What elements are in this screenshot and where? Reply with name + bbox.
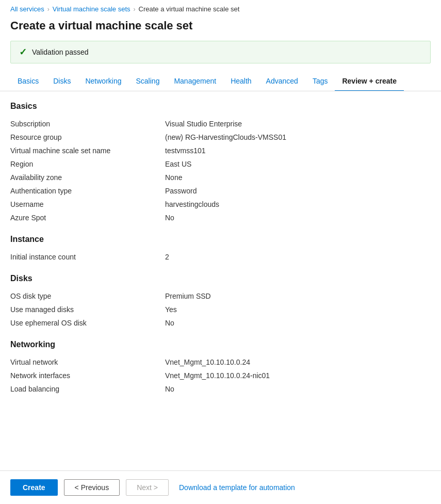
value-auth-type: Password — [165, 187, 197, 195]
tab-management[interactable]: Management — [167, 72, 223, 91]
label-vmss-name: Virtual machine scale set name — [10, 147, 165, 155]
validation-banner: ✓ Validation passed — [10, 41, 431, 63]
breadcrumb: All services › Virtual machine scale set… — [0, 0, 441, 16]
label-azure-spot: Azure Spot — [10, 214, 165, 222]
breadcrumb-vmss[interactable]: Virtual machine scale sets — [53, 5, 130, 13]
row-availability-zone: Availability zone None — [10, 171, 431, 184]
tab-review-create[interactable]: Review + create — [335, 72, 403, 91]
value-instance-count: 2 — [165, 253, 169, 261]
label-instance-count: Initial instance count — [10, 253, 165, 261]
tab-advanced[interactable]: Advanced — [259, 72, 305, 91]
value-availability-zone: None — [165, 173, 182, 182]
value-resource-group: (new) RG-HarvestingClouds-VMSS01 — [165, 133, 286, 141]
value-vmss-name: testvmss101 — [165, 147, 206, 155]
value-region: East US — [165, 160, 191, 168]
label-load-balancing: Load balancing — [10, 385, 165, 393]
value-azure-spot: No — [165, 214, 174, 222]
networking-rows: Virtual network Vnet_Mgmt_10.10.10.0.24 … — [10, 355, 431, 396]
label-ephemeral-disk: Use ephemeral OS disk — [10, 319, 165, 327]
tab-basics[interactable]: Basics — [10, 72, 46, 91]
value-vnet: Vnet_Mgmt_10.10.10.0.24 — [165, 358, 250, 366]
previous-button[interactable]: < Previous — [64, 479, 120, 496]
section-title-instance: Instance — [10, 235, 431, 244]
value-username: harvestingclouds — [165, 200, 219, 208]
instance-rows: Initial instance count 2 — [10, 250, 431, 264]
breadcrumb-sep-2: › — [134, 6, 136, 13]
tab-disks[interactable]: Disks — [46, 72, 78, 91]
row-load-balancing: Load balancing No — [10, 382, 431, 396]
label-resource-group: Resource group — [10, 133, 165, 141]
value-network-interfaces: Vnet_Mgmt_10.10.10.0.24-nic01 — [165, 371, 270, 380]
row-os-disk-type: OS disk type Premium SSD — [10, 289, 431, 303]
tab-health[interactable]: Health — [223, 72, 258, 91]
content-scroll: Basics Subscription Visual Studio Enterp… — [10, 102, 431, 437]
label-auth-type: Authentication type — [10, 187, 165, 195]
automation-link[interactable]: Download a template for automation — [179, 483, 295, 492]
label-subscription: Subscription — [10, 120, 165, 128]
footer: Create < Previous Next > Download a temp… — [0, 470, 441, 504]
breadcrumb-sep-1: › — [47, 6, 50, 13]
value-subscription: Visual Studio Enterprise — [165, 120, 242, 128]
row-username: Username harvestingclouds — [10, 198, 431, 211]
page-title: Create a virtual machine scale set — [0, 16, 441, 41]
row-vnet: Virtual network Vnet_Mgmt_10.10.10.0.24 — [10, 355, 431, 369]
row-managed-disks: Use managed disks Yes — [10, 303, 431, 316]
row-auth-type: Authentication type Password — [10, 184, 431, 198]
disks-rows: OS disk type Premium SSD Use managed dis… — [10, 289, 431, 330]
section-title-networking: Networking — [10, 340, 431, 349]
value-load-balancing: No — [165, 385, 174, 393]
row-network-interfaces: Network interfaces Vnet_Mgmt_10.10.10.0.… — [10, 369, 431, 382]
row-region: Region East US — [10, 157, 431, 171]
label-os-disk-type: OS disk type — [10, 292, 165, 300]
section-title-disks: Disks — [10, 274, 431, 283]
value-os-disk-type: Premium SSD — [165, 292, 211, 300]
row-vmss-name: Virtual machine scale set name testvmss1… — [10, 144, 431, 157]
row-subscription: Subscription Visual Studio Enterprise — [10, 117, 431, 131]
row-azure-spot: Azure Spot No — [10, 211, 431, 224]
breadcrumb-current: Create a virtual machine scale set — [139, 5, 240, 13]
label-managed-disks: Use managed disks — [10, 305, 165, 314]
row-instance-count: Initial instance count 2 — [10, 250, 431, 264]
value-ephemeral-disk: No — [165, 319, 174, 327]
tab-tags[interactable]: Tags — [305, 72, 335, 91]
tab-scaling[interactable]: Scaling — [129, 72, 167, 91]
create-button[interactable]: Create — [10, 479, 58, 496]
main-content: Basics Subscription Visual Studio Enterp… — [0, 91, 441, 437]
label-network-interfaces: Network interfaces — [10, 371, 165, 380]
label-vnet: Virtual network — [10, 358, 165, 366]
label-availability-zone: Availability zone — [10, 173, 165, 182]
tab-networking[interactable]: Networking — [78, 72, 128, 91]
breadcrumb-all-services[interactable]: All services — [10, 5, 44, 13]
row-resource-group: Resource group (new) RG-HarvestingClouds… — [10, 131, 431, 144]
next-button: Next > — [126, 479, 169, 496]
basics-rows: Subscription Visual Studio Enterprise Re… — [10, 117, 431, 224]
label-username: Username — [10, 200, 165, 208]
tab-bar: Basics Disks Networking Scaling Manageme… — [0, 72, 441, 91]
section-title-basics: Basics — [10, 102, 431, 111]
validation-check-icon: ✓ — [19, 46, 27, 58]
row-ephemeral-disk: Use ephemeral OS disk No — [10, 316, 431, 330]
label-region: Region — [10, 160, 165, 168]
validation-text: Validation passed — [32, 48, 88, 56]
value-managed-disks: Yes — [165, 305, 177, 314]
